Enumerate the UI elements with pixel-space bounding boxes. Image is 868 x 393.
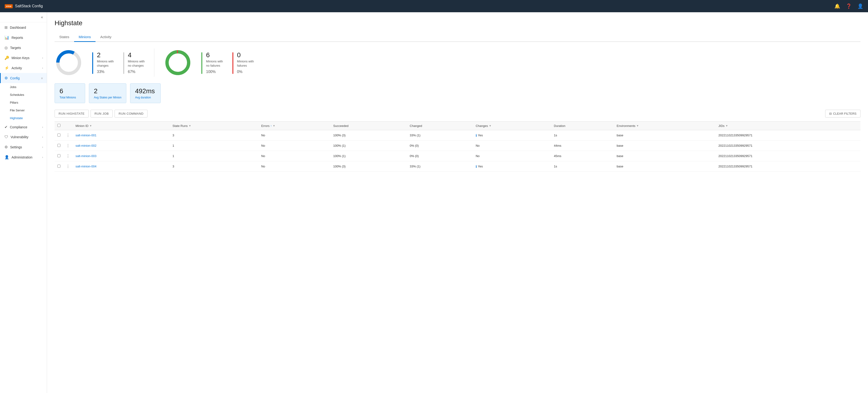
row-checkbox[interactable] bbox=[57, 154, 60, 157]
tab-states[interactable]: States bbox=[55, 32, 74, 42]
row-minion-id: salt-minion-002 bbox=[73, 141, 169, 151]
minion-id-link[interactable]: salt-minion-001 bbox=[75, 134, 96, 137]
filter-icon[interactable]: ▼ bbox=[725, 124, 728, 127]
minion-id-link[interactable]: salt-minion-004 bbox=[75, 165, 96, 168]
row-changed: 0% (0) bbox=[407, 141, 473, 151]
stat-failures-percent: 0% bbox=[237, 70, 254, 74]
sidebar-item-activity[interactable]: ⚡ Activity › bbox=[0, 63, 47, 73]
row-menu-button[interactable]: ⋮ bbox=[66, 154, 70, 158]
row-state-runs: 1 bbox=[169, 141, 258, 151]
chevron-right-icon: › bbox=[42, 156, 43, 159]
minion-id-link[interactable]: salt-minion-002 bbox=[75, 144, 96, 147]
row-menu-cell: ⋮ bbox=[63, 141, 73, 151]
sidebar-item-compliance[interactable]: ✔ Compliance › bbox=[0, 122, 47, 132]
minions-table: Minion ID ▼ State Runs ▼ Errors ↑ bbox=[55, 121, 861, 172]
info-icon: ℹ bbox=[476, 165, 477, 168]
th-errors: Errors ↑ ▼ bbox=[258, 121, 330, 130]
user-icon[interactable]: 👤 bbox=[858, 3, 863, 9]
row-checkbox[interactable] bbox=[57, 165, 60, 168]
row-state-runs: 3 bbox=[169, 161, 258, 172]
sidebar: « ⊞ Dashboard 📊 Reports ◎ Targets 🔑 Mini… bbox=[0, 12, 47, 393]
sidebar-header: « bbox=[0, 12, 47, 22]
row-checkbox[interactable] bbox=[57, 134, 60, 137]
row-environments: base bbox=[614, 130, 716, 141]
stat-no-failures-percent: 100% bbox=[206, 70, 223, 74]
select-all-checkbox[interactable] bbox=[57, 124, 60, 127]
config-icon: ⚙ bbox=[4, 76, 8, 80]
sidebar-item-config[interactable]: ⚙ Config ∨ bbox=[0, 73, 47, 83]
sidebar-item-targets[interactable]: ◎ Targets bbox=[0, 43, 47, 53]
sidebar-item-reports[interactable]: 📊 Reports bbox=[0, 32, 47, 43]
row-menu-button[interactable]: ⋮ bbox=[66, 143, 70, 148]
sidebar-sub-label: Highstate bbox=[10, 116, 23, 120]
run-command-button[interactable]: RUN COMMAND bbox=[115, 110, 148, 117]
sidebar-item-administration[interactable]: 👤 Administration › bbox=[0, 152, 47, 162]
row-menu-cell: ⋮ bbox=[63, 130, 73, 141]
stat-changes-details: 2 Minions withchanges 33% bbox=[97, 51, 114, 74]
sidebar-item-label: Administration bbox=[11, 156, 32, 159]
filter-icon: ⊟ bbox=[829, 112, 832, 115]
row-changes: ℹYes bbox=[473, 161, 551, 172]
table-row: ⋮ salt-minion-003 1 No 100% (1) 0% (0) N… bbox=[55, 151, 861, 161]
sidebar-item-label: Activity bbox=[11, 66, 22, 70]
run-job-button[interactable]: RUN JOB bbox=[91, 110, 113, 117]
stat-bar-gray bbox=[123, 52, 124, 74]
filter-icon[interactable]: ▼ bbox=[189, 124, 191, 127]
row-checkbox[interactable] bbox=[57, 144, 60, 147]
sidebar-item-minion-keys[interactable]: 🔑 Minion Keys › bbox=[0, 53, 47, 63]
notification-icon[interactable]: 🔔 bbox=[834, 3, 840, 9]
tab-activity[interactable]: Activity bbox=[95, 32, 116, 42]
tab-bar: States Minions Activity bbox=[55, 32, 861, 42]
clear-filters-button[interactable]: ⊟ CLEAR FILTERS bbox=[825, 110, 861, 117]
page-title: Highstate bbox=[55, 19, 861, 27]
settings-icon: ⚙ bbox=[4, 145, 8, 149]
sidebar-item-settings[interactable]: ⚙ Settings › bbox=[0, 142, 47, 152]
row-minion-id: salt-minion-004 bbox=[73, 161, 169, 172]
chevron-right-icon: › bbox=[42, 66, 43, 70]
stats-divider bbox=[154, 49, 154, 77]
stat-failures: 0 Minions withfailures 0% bbox=[232, 51, 254, 74]
row-changes: ℹYes bbox=[473, 130, 551, 141]
sort-icon[interactable]: ↑ bbox=[271, 124, 272, 127]
filter-icon[interactable]: ▼ bbox=[636, 124, 639, 127]
filter-icon[interactable]: ▼ bbox=[89, 124, 92, 127]
menu-header bbox=[63, 121, 73, 130]
sidebar-item-dashboard[interactable]: ⊞ Dashboard bbox=[0, 22, 47, 32]
row-changes: No bbox=[473, 141, 551, 151]
run-highstate-button[interactable]: RUN HIGHSTATE bbox=[55, 110, 89, 117]
changes-donut-chart bbox=[55, 49, 83, 77]
stat-no-changes-details: 4 Minions withno changes 67% bbox=[128, 51, 145, 74]
table-header: Minion ID ▼ State Runs ▼ Errors ↑ bbox=[55, 121, 861, 130]
sidebar-item-schedules[interactable]: Schedules bbox=[10, 91, 47, 99]
sidebar-collapse-button[interactable]: « bbox=[41, 15, 43, 19]
row-menu-button[interactable]: ⋮ bbox=[66, 164, 70, 169]
th-succeeded: Succeeded bbox=[330, 121, 407, 130]
minion-keys-icon: 🔑 bbox=[4, 56, 9, 60]
sidebar-item-jobs[interactable]: Jobs bbox=[10, 83, 47, 91]
tab-minions[interactable]: Minions bbox=[74, 32, 96, 42]
filter-icon[interactable]: ▼ bbox=[273, 124, 275, 127]
administration-icon: 👤 bbox=[4, 155, 9, 160]
row-environments: base bbox=[614, 161, 716, 172]
chevron-right-icon: › bbox=[42, 135, 43, 139]
sidebar-item-pillars[interactable]: Pillars bbox=[10, 99, 47, 107]
stat-changes: 2 Minions withchanges 33% bbox=[92, 51, 114, 74]
stat-no-failures-details: 6 Minions withno failures 100% bbox=[206, 51, 223, 74]
sidebar-item-highstate[interactable]: Highstate bbox=[10, 114, 47, 122]
help-icon[interactable]: ❓ bbox=[846, 3, 852, 9]
th-jids: JIDs ▼ bbox=[716, 121, 861, 130]
filter-icon[interactable]: ▼ bbox=[489, 124, 491, 127]
row-succeeded: 100% (3) bbox=[330, 161, 407, 172]
compliance-icon: ✔ bbox=[4, 125, 7, 129]
row-minion-id: salt-minion-001 bbox=[73, 130, 169, 141]
action-bar: RUN HIGHSTATE RUN JOB RUN COMMAND ⊟ CLEA… bbox=[55, 110, 861, 117]
stat-failures-number: 0 bbox=[237, 51, 254, 59]
stat-failures-details: 0 Minions withfailures 0% bbox=[237, 51, 254, 74]
minion-id-link[interactable]: salt-minion-003 bbox=[75, 154, 96, 158]
top-nav: vmw SaltStack Config 🔔 ❓ 👤 bbox=[0, 0, 868, 12]
row-menu-button[interactable]: ⋮ bbox=[66, 133, 70, 138]
sidebar-item-file-server[interactable]: File Server bbox=[10, 107, 47, 114]
changes-with-icon: ℹYes bbox=[476, 165, 548, 168]
chevron-right-icon: › bbox=[42, 56, 43, 60]
sidebar-item-vulnerability[interactable]: 🛡 Vulnerability › bbox=[0, 132, 47, 142]
